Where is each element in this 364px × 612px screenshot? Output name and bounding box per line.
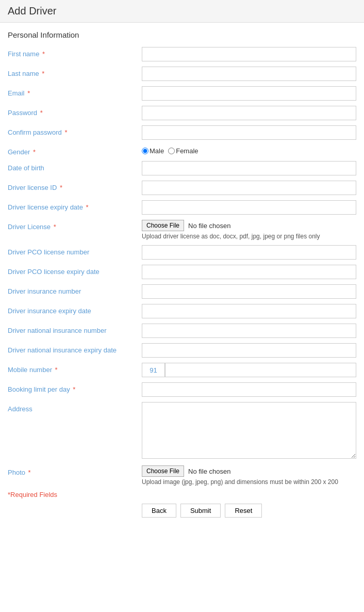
driver-license-file-hint: Upload driver license as doc, docx, pdf,…	[142, 233, 356, 240]
page-title: Add Driver	[8, 5, 356, 17]
reset-button[interactable]: Reset	[225, 504, 262, 518]
form-container: Personal Information First name * Last n…	[0, 23, 364, 525]
pco-expiry-field	[142, 265, 356, 279]
address-row: Address	[8, 402, 356, 460]
gender-male-option[interactable]: Male	[142, 147, 164, 155]
pco-expiry-row: Driver PCO license expiry date	[8, 265, 356, 279]
back-button[interactable]: Back	[142, 504, 176, 518]
photo-upload-area: Choose File No file chosen Upload image …	[142, 465, 356, 486]
dob-field	[142, 161, 356, 175]
pco-number-field	[142, 245, 356, 260]
insurance-expiry-field	[142, 304, 356, 318]
driver-license-id-row: Driver license ID *	[8, 181, 356, 195]
first-name-field	[142, 47, 356, 61]
national-insurance-number-input[interactable]	[142, 324, 356, 338]
confirm-password-field	[142, 125, 356, 140]
gender-female-radio[interactable]	[168, 148, 175, 154]
license-expiry-label: Driver license expiry date *	[8, 200, 142, 211]
required-note: *Required Fields	[8, 491, 356, 498]
driver-license-upload-row: Choose File No file chosen	[142, 220, 356, 231]
pco-number-input[interactable]	[142, 245, 356, 260]
mobile-number-row: Mobile number * 91	[8, 363, 356, 377]
driver-license-id-input[interactable]	[142, 181, 356, 195]
driver-license-file-row: Driver License * Choose File No file cho…	[8, 220, 356, 240]
insurance-number-row: Driver insurance number	[8, 284, 356, 299]
booking-limit-field	[142, 382, 356, 397]
last-name-label: Last name *	[8, 67, 142, 77]
password-label: Password *	[8, 106, 142, 117]
driver-license-upload-area: Choose File No file chosen Upload driver…	[142, 220, 356, 240]
address-label: Address	[8, 402, 142, 413]
submit-button[interactable]: Submit	[180, 504, 221, 518]
insurance-expiry-input[interactable]	[142, 304, 356, 318]
password-row: Password *	[8, 106, 356, 120]
gender-field: Male Female	[142, 145, 356, 155]
email-input[interactable]	[142, 86, 356, 101]
confirm-password-label: Confirm password *	[8, 125, 142, 136]
section-title: Personal Information	[8, 30, 356, 39]
insurance-expiry-row: Driver insurance expiry date	[8, 304, 356, 318]
national-insurance-expiry-field	[142, 343, 356, 358]
license-expiry-input[interactable]	[142, 200, 356, 215]
email-label: Email *	[8, 86, 142, 97]
insurance-number-label: Driver insurance number	[8, 284, 142, 295]
driver-license-file-field: Choose File No file chosen Upload driver…	[142, 220, 356, 240]
gender-group: Male Female	[142, 145, 356, 155]
national-insurance-number-field	[142, 324, 356, 338]
photo-no-file-text: No file chosen	[188, 468, 230, 475]
gender-label: Gender *	[8, 145, 142, 156]
photo-row: Photo * Choose File No file chosen Uploa…	[8, 465, 356, 486]
last-name-input[interactable]	[142, 67, 356, 81]
gender-male-radio[interactable]	[142, 148, 148, 154]
photo-field: Choose File No file chosen Upload image …	[142, 465, 356, 486]
license-expiry-row: Driver license expiry date *	[8, 200, 356, 215]
mobile-number-label: Mobile number *	[8, 363, 142, 374]
last-name-row: Last name *	[8, 67, 356, 81]
photo-upload-row: Choose File No file chosen	[142, 465, 356, 477]
gender-row: Gender * Male Female	[8, 145, 356, 156]
first-name-label: First name *	[8, 47, 142, 58]
email-field	[142, 86, 356, 101]
photo-choose-file-button[interactable]: Choose File	[142, 465, 184, 477]
mobile-number-input[interactable]	[165, 363, 356, 377]
dob-label: Date of birth	[8, 161, 142, 172]
national-insurance-expiry-row: Driver national insurance expiry date	[8, 343, 356, 358]
national-insurance-expiry-label: Driver national insurance expiry date	[8, 343, 142, 354]
last-name-field	[142, 67, 356, 81]
mobile-number-field: 91	[142, 363, 356, 377]
booking-limit-input[interactable]	[142, 382, 356, 397]
driver-license-choose-file-button[interactable]: Choose File	[142, 220, 184, 231]
first-name-row: First name *	[8, 47, 356, 61]
dob-input[interactable]	[142, 161, 356, 175]
form-button-row: Back Submit Reset	[142, 504, 356, 518]
address-textarea[interactable]	[142, 402, 356, 459]
password-input[interactable]	[142, 106, 356, 120]
license-expiry-field	[142, 200, 356, 215]
insurance-number-input[interactable]	[142, 284, 356, 299]
national-insurance-number-label: Driver national insurance number	[8, 324, 142, 334]
driver-license-no-file-text: No file chosen	[188, 222, 230, 230]
email-row: Email *	[8, 86, 356, 101]
driver-license-file-label: Driver License *	[8, 220, 142, 231]
photo-file-hint: Upload image (jpg, jpeg, png) and dimens…	[142, 478, 356, 486]
insurance-expiry-label: Driver insurance expiry date	[8, 304, 142, 315]
national-insurance-expiry-input[interactable]	[142, 343, 356, 358]
mobile-prefix: 91	[142, 363, 165, 377]
dob-row: Date of birth	[8, 161, 356, 175]
pco-expiry-input[interactable]	[142, 265, 356, 279]
mobile-input-group: 91	[142, 363, 356, 377]
pco-number-row: Driver PCO license number	[8, 245, 356, 260]
driver-license-id-label: Driver license ID *	[8, 181, 142, 191]
gender-female-option[interactable]: Female	[168, 147, 198, 155]
insurance-number-field	[142, 284, 356, 299]
booking-limit-row: Booking limit per day *	[8, 382, 356, 397]
address-field	[142, 402, 356, 460]
pco-number-label: Driver PCO license number	[8, 245, 142, 256]
page-header: Add Driver	[0, 0, 364, 23]
photo-label: Photo *	[8, 465, 142, 476]
pco-expiry-label: Driver PCO license expiry date	[8, 265, 142, 276]
confirm-password-input[interactable]	[142, 125, 356, 140]
national-insurance-number-row: Driver national insurance number	[8, 324, 356, 338]
first-name-input[interactable]	[142, 47, 356, 61]
booking-limit-label: Booking limit per day *	[8, 382, 142, 393]
